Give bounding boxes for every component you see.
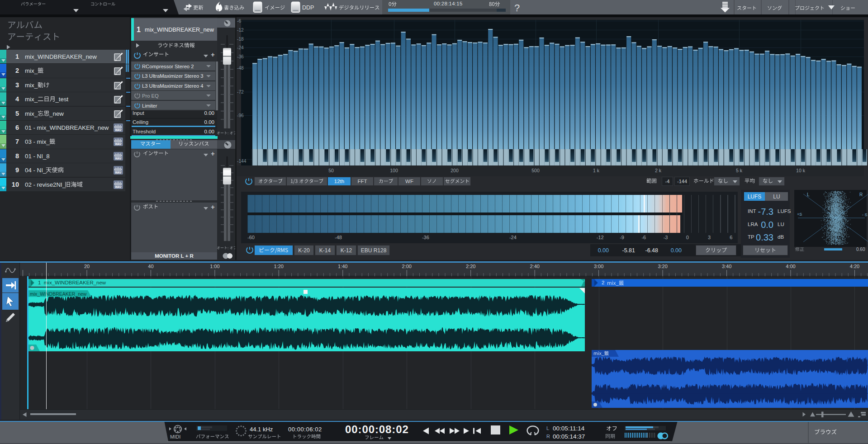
svg-text:R: R xyxy=(859,192,863,197)
svg-text:- S: - S xyxy=(862,213,868,217)
svg-text:WAV: WAV xyxy=(115,143,122,146)
svg-text:WAV: WAV xyxy=(115,157,122,160)
svg-text:L: L xyxy=(807,192,810,197)
svg-text:+S: +S xyxy=(797,212,802,217)
svg-text:WAV: WAV xyxy=(115,128,122,132)
svg-text:WAV: WAV xyxy=(115,185,122,189)
svg-text:WAV: WAV xyxy=(115,171,122,174)
